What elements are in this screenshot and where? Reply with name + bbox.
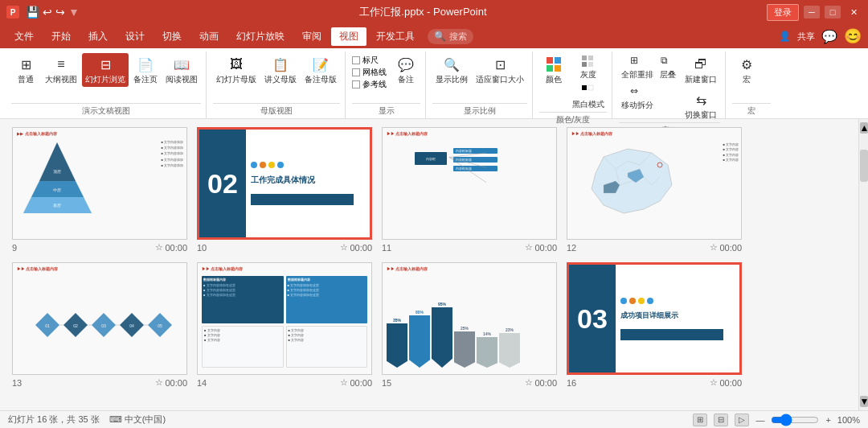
- scroll-up-btn[interactable]: ▲: [860, 122, 868, 134]
- menu-transitions[interactable]: 切换: [154, 27, 190, 46]
- pct-35: 35%: [387, 318, 407, 368]
- slide-thumb-16[interactable]: 03 成功项目详细展示: [567, 262, 742, 375]
- btn-zoom[interactable]: 🔍 显示比例: [432, 53, 471, 87]
- btn-macro[interactable]: ⚙ 宏: [732, 53, 761, 87]
- cascade-icon: ⧉: [661, 55, 675, 69]
- btn-cascade[interactable]: ⧉ 层叠: [657, 53, 678, 82]
- share-icon[interactable]: 👤: [779, 31, 791, 42]
- btn-notes-show[interactable]: 💬 备注: [391, 53, 420, 87]
- guides-check-box: [352, 80, 360, 88]
- svg-text:顶层: 顶层: [53, 169, 61, 174]
- zoom-slider[interactable]: [771, 415, 819, 425]
- menu-animations[interactable]: 动画: [191, 27, 227, 46]
- svg-line-17: [449, 153, 486, 158]
- share-label[interactable]: 共享: [797, 31, 815, 43]
- menu-review[interactable]: 审阅: [294, 27, 330, 46]
- s16-dots: [620, 298, 735, 304]
- btn-move-split[interactable]: ⇔ 移动拆分: [619, 84, 656, 113]
- undo-icon[interactable]: ↩: [43, 6, 52, 19]
- slide-content-12: ▶▶ 点击输入标题内容: [567, 128, 741, 239]
- btn-fit-window[interactable]: ⊡ 适应窗口大小: [473, 53, 527, 87]
- login-button[interactable]: 登录: [767, 4, 799, 21]
- sorter-view-btn[interactable]: ⊟: [714, 414, 728, 426]
- menu-home[interactable]: 开始: [43, 27, 79, 46]
- btn-new-window[interactable]: 🗗 新建窗口: [682, 53, 720, 87]
- svg-text:02: 02: [73, 323, 78, 328]
- slide-thumb-12[interactable]: ▶▶ 点击输入标题内容: [567, 127, 742, 240]
- slide-thumb-9[interactable]: ▶▶ 点击输入标题内容 顶层 中层: [12, 127, 187, 240]
- comments-icon[interactable]: 💬: [821, 29, 837, 44]
- slide-item-15: ▶▶ 点击输入标题内容 35% 80%: [382, 262, 557, 388]
- btn-slide-master[interactable]: 🖼 幻灯片母版: [213, 53, 260, 87]
- menu-view[interactable]: 视图: [331, 27, 366, 46]
- menu-insert[interactable]: 插入: [80, 27, 116, 46]
- save-icon[interactable]: 💾: [26, 6, 39, 19]
- slide-thumb-14[interactable]: ▶▶ 点击输入标题内容 数据框标题内容 ■ 文字内容添加在这里 ■ 文字内容添加…: [197, 262, 372, 375]
- btn-outline[interactable]: ≡ 大纲视图: [42, 53, 80, 87]
- pct-23: 23%: [499, 327, 520, 368]
- slide-row-2: ▶▶ 点击输入标题内容: [12, 262, 846, 388]
- guides-checkbox[interactable]: 参考线: [352, 79, 387, 90]
- s10-number: 02: [207, 168, 238, 200]
- customize-icon[interactable]: ▼: [68, 6, 80, 19]
- pct-80: 80%: [409, 310, 430, 368]
- close-button[interactable]: ✕: [845, 6, 862, 19]
- slide-num-text-12: 12: [567, 243, 576, 253]
- dot-blue2-s16: [647, 298, 653, 304]
- dot-yellow: [268, 162, 275, 168]
- gridlines-checkbox[interactable]: 网格线: [352, 67, 387, 78]
- btn-color[interactable]: 颜色: [539, 53, 568, 87]
- color-icon: [544, 55, 563, 74]
- svg-rect-6: [582, 62, 587, 67]
- btn-grayscale[interactable]: 灰度: [570, 53, 607, 82]
- btn-normal[interactable]: ⊞ 普通: [11, 53, 40, 87]
- svg-rect-3: [555, 65, 561, 72]
- s10-left-panel: 02: [199, 130, 246, 237]
- minimize-button[interactable]: ─: [804, 6, 820, 19]
- slide-item-9: ▶▶ 点击输入标题内容 顶层 中层: [12, 127, 187, 253]
- slide-thumb-10[interactable]: 02 工作完成具体情况: [197, 127, 372, 240]
- star-icon-14: ☆: [340, 377, 348, 388]
- s10-bar: [251, 194, 354, 205]
- pct-14: 14%: [477, 331, 497, 368]
- search-bar[interactable]: 🔍 搜索: [428, 29, 473, 44]
- menu-design[interactable]: 设计: [117, 27, 153, 46]
- slide-thumb-15[interactable]: ▶▶ 点击输入标题内容 35% 80%: [382, 262, 557, 375]
- normal-view-btn[interactable]: ⊞: [693, 414, 707, 426]
- scroll-thumb[interactable]: [860, 150, 868, 182]
- menu-file[interactable]: 文件: [6, 27, 42, 46]
- menu-slideshow[interactable]: 幻灯片放映: [228, 27, 293, 46]
- ruler-checkbox[interactable]: 标尺: [352, 55, 387, 66]
- svg-rect-8: [582, 85, 587, 90]
- btn-handout-master[interactable]: 📋 讲义母版: [261, 53, 300, 87]
- btn-notes[interactable]: 📄 备注页: [130, 53, 161, 87]
- zoom-icon: 🔍: [442, 55, 461, 74]
- maximize-button[interactable]: □: [825, 6, 841, 19]
- header-right: 👤 共享 💬 😊: [779, 27, 862, 45]
- svg-text:05: 05: [158, 323, 162, 328]
- btn-arrange-all[interactable]: ⊞ 全部重排: [619, 53, 656, 82]
- s10-right-content: 工作完成具体情况: [246, 130, 370, 237]
- slide-thumb-13[interactable]: ▶▶ 点击输入标题内容: [12, 262, 187, 375]
- scroll-bar[interactable]: ▲ ▼: [858, 119, 868, 410]
- slide-thumb-11[interactable]: ▶▶ 点击输入标题内容 内容框 内容框标题 内容框标题 内容框标题: [382, 127, 557, 240]
- btn-bw[interactable]: 黑白模式: [570, 83, 607, 112]
- lang-indicator: ⌨ 中文(中国): [109, 414, 166, 426]
- slide-count: 幻灯片 16 张，共 35 张: [8, 414, 100, 426]
- slide-item-11: ▶▶ 点击输入标题内容 内容框 内容框标题 内容框标题 内容框标题: [382, 127, 557, 253]
- btn-notes-master[interactable]: 📝 备注母版: [301, 53, 340, 87]
- notes-master-icon: 📝: [311, 55, 330, 74]
- reading-view-btn[interactable]: ▷: [735, 414, 749, 426]
- btn-switch-window[interactable]: ⇆ 切换窗口: [682, 88, 720, 122]
- btn-slide-sorter[interactable]: ⊟ 幻灯片浏览: [82, 53, 129, 87]
- ribbon-group-zoom: 🔍 显示比例 ⊡ 适应窗口大小 显示比例: [428, 51, 533, 118]
- svg-text:中层: 中层: [53, 187, 61, 192]
- scroll-down-btn[interactable]: ▼: [860, 396, 868, 407]
- redo-icon[interactable]: ↪: [55, 6, 65, 19]
- slide-time-13: 00:00: [165, 378, 187, 388]
- star-icon-13: ☆: [155, 377, 163, 388]
- btn-reading[interactable]: 📖 阅读视图: [162, 53, 201, 87]
- group-label-show: 显示: [352, 103, 420, 118]
- menu-developer[interactable]: 开发工具: [368, 27, 423, 46]
- slide-item-14: ▶▶ 点击输入标题内容 数据框标题内容 ■ 文字内容添加在这里 ■ 文字内容添加…: [197, 262, 372, 388]
